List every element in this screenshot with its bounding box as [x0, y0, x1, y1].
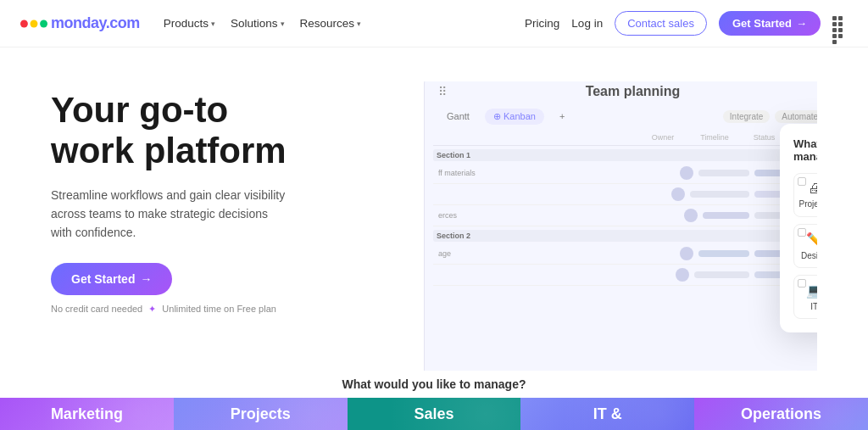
- automate-button[interactable]: Automate / 2: [775, 110, 817, 123]
- svg-point-1: [31, 20, 38, 27]
- dashboard-preview: ⠿ Team planning ··· Gantt ⊕ Kanban + Int…: [424, 81, 817, 371]
- design-icon: ✏️: [806, 232, 817, 248]
- nav-resources[interactable]: Resources ▾: [300, 17, 362, 30]
- contact-sales-button[interactable]: Contact sales: [615, 11, 707, 36]
- table-row: Sep 05: [433, 184, 817, 205]
- projects-label: Projects: [799, 199, 817, 209]
- hero-cta-button[interactable]: Get Started →: [51, 263, 172, 295]
- bottom-section: What would you like to manage? Marketing…: [0, 371, 868, 430]
- table-row: ercesSep 12: [433, 205, 817, 226]
- projects-icon: 🖨: [808, 181, 817, 196]
- nav-products[interactable]: Products ▾: [164, 17, 215, 30]
- bottom-card-sales[interactable]: Sales: [348, 398, 521, 430]
- bottom-card-marketing[interactable]: Marketing: [0, 398, 174, 430]
- modal-item-it[interactable]: 💻 IT: [793, 275, 817, 319]
- tab-add[interactable]: +: [551, 109, 573, 125]
- hero-right: ⠿ Team planning ··· Gantt ⊕ Kanban + Int…: [407, 81, 817, 371]
- logo-wordmark: monday.com: [51, 14, 140, 32]
- table-row: Sep 06: [433, 265, 817, 286]
- design-label: Design: [801, 251, 817, 260]
- hero-title: Your go-to work platform: [51, 90, 407, 172]
- hero-note: No credit card needed ✦ Unlimited time o…: [51, 304, 407, 315]
- checkbox-projects[interactable]: [798, 177, 806, 186]
- integrate-button[interactable]: Integrate: [723, 110, 770, 123]
- hero-left: Your go-to work platform Streamline work…: [51, 81, 407, 371]
- checkbox-design[interactable]: [798, 228, 806, 237]
- bottom-title: What would you like to manage?: [342, 377, 526, 391]
- it-icon: 💻: [806, 282, 817, 299]
- nav-right: Pricing Log in Contact sales Get Started…: [525, 11, 848, 36]
- bottom-card-operations[interactable]: Operations: [694, 398, 868, 430]
- bottom-card-it[interactable]: IT &: [520, 398, 694, 430]
- tab-kanban[interactable]: ⊕ Kanban: [485, 109, 544, 125]
- table-row: ageSep 02: [433, 243, 817, 265]
- hero-section: Your go-to work platform Streamline work…: [0, 47, 868, 371]
- bottom-card-projects[interactable]: Projects: [174, 398, 348, 430]
- svg-point-2: [40, 20, 47, 27]
- modal-title: What would you like to manage?: [793, 137, 817, 163]
- modal-items-grid: 🖨 Projects ☑ Tasks 📣 Marketing: [793, 173, 817, 319]
- modal-item-projects[interactable]: 🖨 Projects: [793, 173, 817, 217]
- bottom-cards: Marketing Projects Sales IT & Operations: [0, 398, 868, 430]
- dashboard-tabs: Gantt ⊕ Kanban + Integrate Automate / 2: [438, 109, 817, 125]
- nav-pricing[interactable]: Pricing: [525, 17, 559, 30]
- it-label: IT: [810, 302, 817, 311]
- get-started-nav-button[interactable]: Get Started →: [719, 11, 821, 36]
- svg-point-0: [20, 20, 28, 27]
- tab-gantt[interactable]: Gantt: [438, 109, 478, 125]
- nav-login[interactable]: Log in: [571, 17, 603, 30]
- navbar: monday.com Products ▾ Solutions ▾ Resour…: [0, 0, 868, 47]
- nav-links: Products ▾ Solutions ▾ Resources ▾: [164, 17, 361, 30]
- dashboard-title: Team planning: [586, 84, 681, 99]
- table-row: ff materialsSep 02: [433, 163, 817, 184]
- manage-modal: What would you like to manage? 🖨 Project…: [780, 124, 817, 332]
- dashboard-header: ⠿ Team planning ···: [425, 81, 817, 109]
- modal-item-design[interactable]: ✏️ Design: [793, 224, 817, 268]
- logo[interactable]: monday.com: [20, 14, 140, 32]
- checkbox-it[interactable]: [798, 279, 806, 288]
- nav-solutions[interactable]: Solutions ▾: [231, 17, 285, 30]
- hero-subtitle: Streamline workflows and gain clear visi…: [51, 186, 288, 243]
- apps-grid-icon[interactable]: [832, 16, 848, 31]
